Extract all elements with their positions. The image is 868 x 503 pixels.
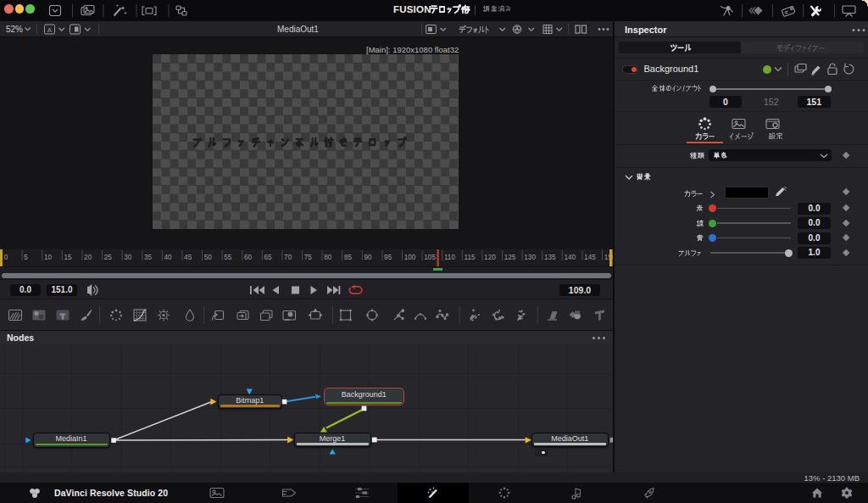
svg-text:110: 110	[444, 254, 455, 261]
svg-text:145: 145	[584, 254, 596, 261]
svg-text:80: 80	[324, 254, 332, 261]
svg-text:55: 55	[224, 254, 232, 261]
svg-text:135: 135	[544, 254, 556, 261]
svg-text:35: 35	[144, 254, 153, 261]
svg-text:140: 140	[565, 254, 576, 261]
svg-text:50: 50	[204, 254, 213, 261]
svg-text:105: 105	[424, 254, 436, 261]
svg-text:90: 90	[364, 254, 373, 261]
svg-text:65: 65	[264, 254, 273, 261]
svg-text:115: 115	[465, 254, 476, 261]
svg-text:70: 70	[284, 254, 292, 261]
svg-text:45: 45	[184, 254, 192, 261]
svg-text:40: 40	[164, 254, 173, 261]
svg-text:A: A	[47, 26, 53, 34]
svg-text:75: 75	[304, 254, 313, 261]
svg-text:0: 0	[4, 254, 8, 261]
svg-text:60: 60	[244, 254, 253, 261]
svg-text:95: 95	[384, 254, 392, 261]
svg-text:T: T	[60, 311, 65, 321]
svg-text:25: 25	[104, 254, 113, 261]
svg-text:5: 5	[24, 254, 28, 261]
svg-text:15: 15	[64, 254, 73, 261]
svg-text:120: 120	[484, 254, 496, 261]
svg-text:20: 20	[84, 254, 92, 261]
svg-text:100: 100	[404, 254, 416, 261]
svg-text:85: 85	[344, 254, 353, 261]
svg-text:10: 10	[44, 254, 53, 261]
svg-text:130: 130	[524, 254, 536, 261]
svg-text:30: 30	[124, 254, 132, 261]
svg-text:125: 125	[504, 254, 516, 261]
